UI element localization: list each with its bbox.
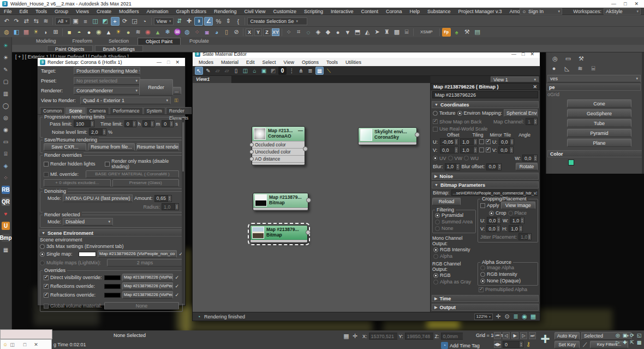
- scene-environment-rollout[interactable]: Scene Environment: [47, 230, 93, 236]
- zoom-region-icon[interactable]: ▷: [615, 339, 621, 346]
- maximize-button[interactable]: □: [624, 1, 627, 7]
- ribbon-tab[interactable]: Selection: [101, 38, 136, 45]
- view1-tab[interactable]: View1: [193, 76, 232, 83]
- ribbon-tab[interactable]: Object Paint: [138, 38, 181, 45]
- menu-item[interactable]: Tools: [32, 8, 51, 15]
- current-frame-field[interactable]: 0: [503, 341, 523, 348]
- pyramidal-radio[interactable]: [435, 213, 440, 218]
- light-lister-icon[interactable]: ☀: [2, 42, 10, 50]
- grass-icon[interactable]: ♒: [173, 28, 182, 37]
- output-rollout[interactable]: Output: [439, 305, 456, 310]
- object-color-swatch[interactable]: [568, 159, 574, 165]
- heart-icon[interactable]: ♥: [2, 210, 10, 218]
- apply-checkbox[interactable]: [480, 203, 485, 208]
- menu-item[interactable]: Substance: [424, 8, 455, 15]
- u-mirror-checkbox[interactable]: [479, 139, 484, 144]
- show-maps-icon[interactable]: ⌂: [251, 67, 259, 75]
- direct-visibility-swatch[interactable]: [104, 275, 121, 280]
- rect-selection-icon[interactable]: ◫: [91, 17, 100, 26]
- create-selection-set-dropdown[interactable]: Create Selection Se: [247, 17, 307, 25]
- bitmap-tool-icon[interactable]: Bmp: [2, 234, 10, 242]
- menu-item[interactable]: Graph Editors: [172, 8, 210, 15]
- xsmp-button[interactable]: XSMP: [416, 29, 437, 34]
- single-map-button[interactable]: Map #2138796226 (VizPeople_non_co: [98, 250, 177, 258]
- direct-visibility-checkbox[interactable]: [44, 275, 49, 280]
- list-icon[interactable]: ▤: [473, 28, 482, 37]
- premultiplied-alpha-checkbox[interactable]: [479, 287, 484, 292]
- time-rollout[interactable]: Time: [439, 296, 451, 301]
- place-radio[interactable]: [508, 211, 513, 216]
- render-hidden-lights-checkbox[interactable]: [44, 162, 49, 167]
- render-setup-tab[interactable]: Camera: [86, 107, 109, 114]
- jitter-field[interactable]: 1,0: [518, 233, 532, 240]
- select-object-icon[interactable]: ▣: [71, 17, 80, 26]
- bitmap1-output-socket[interactable]: [306, 198, 311, 203]
- alpha-radio[interactable]: [433, 254, 438, 259]
- key-mode-toggle[interactable]: ◀▶: [494, 341, 501, 348]
- menu-item[interactable]: Project Manager v.3: [455, 8, 506, 15]
- move-icon[interactable]: +: [111, 17, 120, 26]
- corona-ao-output-socket[interactable]: [303, 146, 308, 151]
- parameter-panel-close-icon[interactable]: ✕: [533, 84, 537, 90]
- wu-radio[interactable]: [464, 156, 469, 161]
- render-setup-scrollbar[interactable]: [182, 118, 184, 304]
- slate-menu-item[interactable]: Modes: [195, 58, 217, 66]
- display-tab-icon[interactable]: ▭: [564, 54, 573, 63]
- edit-named-sel-icon[interactable]: {: [234, 17, 242, 26]
- resume-from-file-button[interactable]: Resume from file...: [88, 143, 135, 151]
- target-icon[interactable]: ◈: [2, 162, 10, 170]
- single-map-swatch[interactable]: [79, 252, 96, 257]
- pyramid-tool-icon[interactable]: ◆: [324, 28, 332, 37]
- crop-radio[interactable]: [489, 211, 494, 216]
- key-icon[interactable]: ⚷: [525, 341, 532, 348]
- environ-radio[interactable]: [457, 111, 462, 116]
- y-coordinate-field[interactable]: 19850,748: [405, 333, 433, 340]
- view-selector-dropdown[interactable]: View 1: [491, 76, 539, 82]
- delete-icon[interactable]: ▯: [232, 67, 240, 75]
- walk-icon[interactable]: ⇱: [629, 339, 635, 346]
- mirror2-icon[interactable]: ◭: [363, 28, 372, 37]
- texture-radio[interactable]: [433, 111, 438, 116]
- slate-menu-item[interactable]: Material: [217, 58, 242, 66]
- slate-menu-item[interactable]: Tools: [323, 58, 342, 66]
- redo-icon[interactable]: ↷: [12, 17, 21, 26]
- menu-item[interactable]: Edit: [16, 8, 32, 15]
- render-setup-tab[interactable]: Render Elements: [166, 107, 192, 114]
- menu-item[interactable]: Rendering: [210, 8, 241, 15]
- placement-icon[interactable]: ◔: [140, 17, 149, 26]
- noise-limit-field[interactable]: 2,0: [89, 128, 106, 135]
- max-settings-radio[interactable]: [40, 244, 45, 249]
- alpha-as-gray-radio[interactable]: [433, 280, 438, 285]
- refractions-instance-check[interactable]: ✓: [175, 292, 179, 298]
- circle-tool-icon[interactable]: ◎: [2, 114, 10, 122]
- menu-item[interactable]: Customize: [269, 8, 300, 15]
- undo-icon[interactable]: ↶: [2, 17, 11, 26]
- primitive-button[interactable]: Tube: [567, 119, 631, 127]
- menu-item[interactable]: Modifiers: [115, 8, 143, 15]
- sign-in-button[interactable]: ☺ Sign In▾: [520, 8, 562, 15]
- bind-spacewarp-icon[interactable]: ≋: [41, 17, 50, 26]
- orbit-icon[interactable]: ⟳: [629, 332, 635, 339]
- map-channel-field[interactable]: 1: [526, 118, 538, 125]
- node-corona-sky[interactable]: Skylight envi... CoronaSky: [358, 127, 417, 145]
- select-tool-icon[interactable]: ↖: [195, 67, 203, 75]
- reflections-override-swatch[interactable]: [104, 284, 121, 289]
- target-dropdown[interactable]: Production Rendering Mode: [74, 67, 140, 75]
- single-map-radio[interactable]: [40, 252, 45, 257]
- slate-menu-item[interactable]: Utilities: [342, 58, 365, 66]
- go-start-icon[interactable]: ⏮: [494, 332, 501, 339]
- pan-icon[interactable]: ✚: [622, 339, 628, 346]
- v-offset-field[interactable]: 0,0: [440, 146, 458, 153]
- set-key-button[interactable]: Set Key: [554, 341, 580, 348]
- material-name-field[interactable]: Map #2138796226: [432, 91, 538, 98]
- workspace-dropdown[interactable]: AkStyle: [604, 8, 641, 15]
- menu-item[interactable]: Civil View: [241, 8, 270, 15]
- u-offset-field[interactable]: -0,05: [440, 138, 458, 145]
- spinner-snap-icon[interactable]: ⇕: [224, 17, 232, 26]
- lights-cat-icon[interactable]: ≋: [576, 64, 585, 73]
- rendered-frame-icon[interactable]: ●: [85, 28, 93, 37]
- shapes-cat-icon[interactable]: ◺: [563, 64, 571, 73]
- primitive-button[interactable]: Plane: [567, 139, 631, 147]
- show-end-result-icon[interactable]: ▣: [260, 67, 268, 75]
- camera-icon[interactable]: ⌸: [402, 28, 411, 37]
